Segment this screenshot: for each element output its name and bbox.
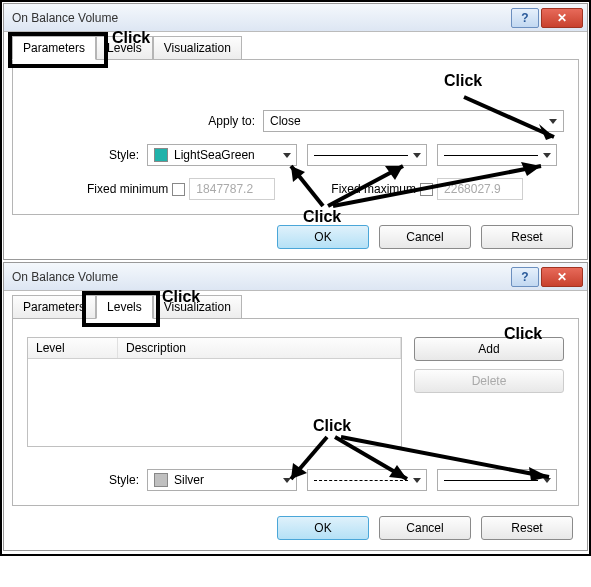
style-color-combo[interactable]: Silver bbox=[147, 469, 297, 491]
fixed-min-checkbox[interactable] bbox=[172, 183, 185, 196]
tab-label: Visualization bbox=[164, 41, 231, 55]
close-icon: ✕ bbox=[557, 270, 567, 284]
fixed-max-label: Fixed maximum bbox=[331, 182, 416, 196]
button-bar: OK Cancel Reset bbox=[12, 215, 579, 251]
button-label: Add bbox=[478, 342, 499, 356]
line-sample-icon bbox=[444, 155, 538, 156]
col-level[interactable]: Level bbox=[28, 338, 118, 358]
levels-list[interactable]: Level Description bbox=[27, 337, 402, 447]
fixed-max-checkbox[interactable] bbox=[420, 183, 433, 196]
style-label: Style: bbox=[27, 148, 147, 162]
reset-button[interactable]: Reset bbox=[481, 516, 573, 540]
style-label: Style: bbox=[27, 473, 147, 487]
line-sample-icon bbox=[314, 480, 408, 481]
tab-label: Levels bbox=[107, 41, 142, 55]
apply-to-label: Apply to: bbox=[27, 114, 263, 128]
tab-label: Visualization bbox=[164, 300, 231, 314]
line-style-combo[interactable] bbox=[307, 144, 427, 166]
button-label: Reset bbox=[511, 521, 542, 535]
col-description[interactable]: Description bbox=[118, 338, 401, 358]
fixed-min-label: Fixed minimum bbox=[87, 182, 168, 196]
button-label: OK bbox=[314, 230, 331, 244]
help-button[interactable]: ? bbox=[511, 267, 539, 287]
combo-value: Close bbox=[270, 114, 301, 128]
color-swatch-icon bbox=[154, 473, 168, 487]
titlebar[interactable]: On Balance Volume ? ✕ bbox=[4, 263, 587, 291]
cancel-button[interactable]: Cancel bbox=[379, 516, 471, 540]
delete-button[interactable]: Delete bbox=[414, 369, 564, 393]
line-sample-icon bbox=[444, 480, 538, 481]
tab-label: Parameters bbox=[23, 41, 85, 55]
button-label: OK bbox=[314, 521, 331, 535]
color-swatch-icon bbox=[154, 148, 168, 162]
help-button[interactable]: ? bbox=[511, 8, 539, 28]
close-button[interactable]: ✕ bbox=[541, 8, 583, 28]
combo-value: LightSeaGreen bbox=[174, 148, 255, 162]
line-width-combo[interactable] bbox=[437, 144, 557, 166]
line-width-combo[interactable] bbox=[437, 469, 557, 491]
style-color-combo[interactable]: LightSeaGreen bbox=[147, 144, 297, 166]
button-label: Reset bbox=[511, 230, 542, 244]
button-bar: OK Cancel Reset bbox=[12, 506, 579, 542]
reset-button[interactable]: Reset bbox=[481, 225, 573, 249]
apply-to-combo[interactable]: Close bbox=[263, 110, 564, 132]
tab-levels[interactable]: Levels bbox=[96, 295, 153, 319]
tab-strip: Parameters Levels Visualization bbox=[12, 36, 579, 60]
ok-button[interactable]: OK bbox=[277, 225, 369, 249]
tab-panel-parameters: Apply to: Close Style: LightSeaGreen Fix… bbox=[12, 59, 579, 215]
tab-label: Levels bbox=[107, 300, 142, 314]
dialog-levels: On Balance Volume ? ✕ Click Click Parame… bbox=[3, 262, 588, 551]
window-title: On Balance Volume bbox=[12, 270, 118, 284]
tab-parameters[interactable]: Parameters bbox=[12, 36, 96, 60]
cancel-button[interactable]: Cancel bbox=[379, 225, 471, 249]
list-header: Level Description bbox=[28, 338, 401, 359]
button-label: Cancel bbox=[406, 230, 443, 244]
button-label: Delete bbox=[472, 374, 507, 388]
dialog-parameters: On Balance Volume ? ✕ Click Click Parame… bbox=[3, 3, 588, 260]
close-button[interactable]: ✕ bbox=[541, 267, 583, 287]
line-sample-icon bbox=[314, 155, 408, 156]
tab-parameters[interactable]: Parameters bbox=[12, 295, 96, 319]
combo-value: Silver bbox=[174, 473, 204, 487]
titlebar[interactable]: On Balance Volume ? ✕ bbox=[4, 4, 587, 32]
tab-visualization[interactable]: Visualization bbox=[153, 295, 242, 319]
tab-visualization[interactable]: Visualization bbox=[153, 36, 242, 60]
fixed-max-value[interactable]: 2268027.9 bbox=[437, 178, 523, 200]
fixed-min-value[interactable]: 1847787.2 bbox=[189, 178, 275, 200]
ok-button[interactable]: OK bbox=[277, 516, 369, 540]
add-button[interactable]: Add bbox=[414, 337, 564, 361]
help-icon: ? bbox=[521, 270, 528, 284]
tab-panel-levels: Level Description Add Delete Click Style… bbox=[12, 318, 579, 506]
tab-levels[interactable]: Levels bbox=[96, 36, 153, 60]
line-style-combo[interactable] bbox=[307, 469, 427, 491]
button-label: Cancel bbox=[406, 521, 443, 535]
tab-label: Parameters bbox=[23, 300, 85, 314]
help-icon: ? bbox=[521, 11, 528, 25]
close-icon: ✕ bbox=[557, 11, 567, 25]
tab-strip: Parameters Levels Visualization bbox=[12, 295, 579, 319]
window-title: On Balance Volume bbox=[12, 11, 118, 25]
